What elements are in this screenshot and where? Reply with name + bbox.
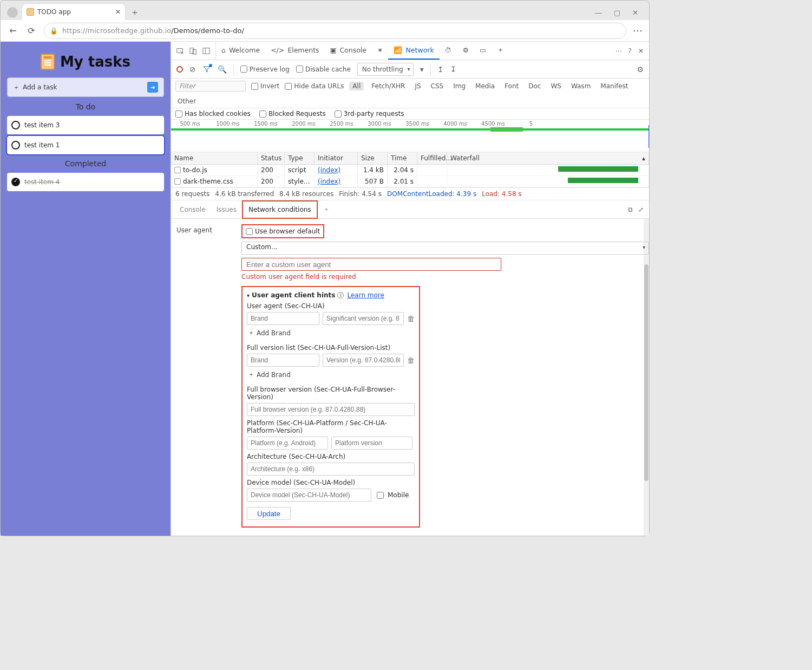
dock-icon[interactable]: ⧉ (628, 206, 633, 213)
tab-debug[interactable]: ✴ (372, 42, 388, 60)
full-browser-input[interactable] (247, 403, 415, 416)
sort-icon[interactable]: ▴ (642, 154, 645, 162)
task-text: test item 4 (24, 178, 60, 186)
back-icon[interactable]: ← (7, 25, 19, 36)
add-brand-button[interactable]: ＋Add Brand (248, 328, 291, 337)
new-tab-button[interactable]: ＋ (127, 5, 142, 20)
use-browser-default-checkbox[interactable]: Use browser default (246, 227, 320, 235)
filter-type[interactable]: JS (412, 82, 423, 90)
filter-type[interactable]: Wasm (569, 82, 593, 90)
add-task-label: Add a task (23, 83, 57, 91)
expand-icon[interactable]: ▾ (247, 292, 250, 298)
tab-performance[interactable]: ⏱ (440, 42, 457, 60)
filter-type[interactable]: CSS (429, 82, 446, 90)
device-toggle-icon[interactable] (189, 47, 197, 55)
invert-checkbox[interactable]: Invert (251, 82, 279, 90)
add-task-button[interactable]: ＋ Add a task ➜ (7, 77, 164, 97)
platform-version-input[interactable] (331, 437, 412, 450)
task-item[interactable]: test item 3 (7, 116, 164, 134)
blocked-cookies-checkbox[interactable]: Has blocked cookies (175, 110, 251, 118)
filter-type[interactable]: Media (473, 82, 497, 90)
version-input[interactable] (323, 354, 404, 367)
minimize-icon[interactable]: ― (595, 9, 602, 17)
ua-select[interactable]: Custom... (241, 242, 649, 255)
filter-type[interactable]: All (349, 82, 364, 90)
delete-icon[interactable]: 🗑 (407, 314, 415, 323)
clear-icon[interactable]: ⊘ (189, 65, 196, 74)
maximize-icon[interactable]: ▢ (614, 9, 620, 17)
tab-application[interactable]: ▭ (474, 42, 492, 60)
tab-close-icon[interactable]: ✕ (115, 8, 121, 16)
sig-version-input[interactable] (323, 312, 404, 325)
info-icon[interactable]: i (337, 292, 344, 298)
upload-icon[interactable]: ↥ (437, 65, 444, 74)
tab-elements[interactable]: </>Elements (265, 42, 324, 60)
task-checkbox-icon[interactable] (11, 121, 20, 129)
tab-console[interactable]: ▣Console (325, 42, 372, 60)
disable-cache-checkbox[interactable]: Disable cache (296, 66, 351, 73)
filter-type[interactable]: WS (548, 82, 563, 90)
filter-type[interactable]: Fetch/XHR (369, 82, 407, 90)
throttling-select[interactable]: No throttling (357, 63, 414, 76)
hide-data-urls-checkbox[interactable]: Hide data URLs (285, 82, 344, 90)
browser-tab[interactable]: TODO app ✕ (22, 4, 125, 20)
filter-type[interactable]: Img (451, 82, 468, 90)
table-row[interactable]: dark-theme.css 200 styleshe... (index) 5… (171, 176, 649, 187)
close-window-icon[interactable]: ✕ (632, 9, 638, 17)
download-icon[interactable]: ↧ (450, 65, 456, 74)
model-input[interactable] (247, 489, 371, 502)
profile-avatar-icon[interactable] (7, 7, 18, 18)
more-tools-icon[interactable]: ⋯ (615, 47, 622, 55)
table-header[interactable]: Name Status Type Initiator Size Time Ful… (171, 152, 649, 165)
task-checkbox-checked-icon[interactable] (11, 178, 20, 186)
refresh-icon[interactable]: ⟳ (25, 25, 37, 36)
tab-network[interactable]: 📶Network (388, 42, 439, 60)
help-icon[interactable]: ? (628, 47, 632, 55)
tab-add[interactable]: ＋ (492, 42, 509, 60)
record-icon[interactable] (176, 66, 183, 73)
blocked-requests-checkbox[interactable]: Blocked Requests (259, 110, 326, 118)
delete-icon[interactable]: 🗑 (407, 356, 415, 365)
arch-input[interactable] (247, 463, 415, 476)
network-settings-icon[interactable]: ⚙ (637, 65, 644, 74)
preserve-log-checkbox[interactable]: Preserve log (240, 66, 290, 73)
table-row[interactable]: to-do.js 200 script (index) 1.4 kB 2.04 … (171, 165, 649, 176)
close-devtools-icon[interactable]: ✕ (638, 47, 644, 55)
task-item-done[interactable]: test item 4 (7, 173, 164, 191)
mobile-checkbox[interactable]: Mobile (375, 490, 409, 500)
brand-input-2[interactable] (247, 354, 319, 367)
filter-type[interactable]: Doc (526, 82, 543, 90)
tab-welcome[interactable]: ⌂Welcome (216, 42, 265, 60)
add-brand-button-2[interactable]: ＋Add Brand (248, 370, 291, 379)
platform-input[interactable] (247, 437, 328, 450)
ua-custom-input[interactable] (241, 258, 501, 271)
drawer-add-tab[interactable]: ＋ (318, 200, 335, 218)
browser-menu-icon[interactable]: ⋯ (633, 25, 643, 36)
submit-task-icon[interactable]: ➜ (147, 82, 158, 93)
toggle-sidebar-icon[interactable] (202, 47, 210, 55)
filter-input[interactable]: Filter (175, 81, 246, 92)
third-party-checkbox[interactable]: 3rd-party requests (335, 110, 404, 118)
initiator-link[interactable]: (index) (318, 178, 340, 185)
drawer-tab-issues[interactable]: Issues (211, 200, 242, 218)
inspect-icon[interactable] (176, 47, 184, 55)
task-checkbox-icon[interactable] (11, 141, 20, 149)
brand-input[interactable] (247, 312, 319, 325)
network-timeline[interactable]: 500 ms1000 ms1500 ms2000 ms2500 ms3000 m… (171, 120, 649, 152)
drawer-scrollbar[interactable] (644, 219, 649, 536)
search-icon[interactable]: 🔍 (218, 65, 227, 74)
expand-drawer-icon[interactable]: ⤢ (638, 206, 644, 213)
filter-type[interactable]: Manifest (598, 82, 630, 90)
update-button[interactable]: Update (247, 507, 291, 520)
address-bar[interactable]: 🔒 https://microsoftedge.github.io/Demos/… (44, 23, 626, 39)
learn-more-link[interactable]: Learn more (347, 291, 384, 299)
initiator-link[interactable]: (index) (318, 166, 340, 174)
task-item[interactable]: test item 1 (7, 136, 164, 154)
tab-settings[interactable]: ⚙ (457, 42, 474, 60)
filter-toggle-icon[interactable] (202, 65, 211, 74)
drawer-tab-network-conditions[interactable]: Network conditions (242, 200, 318, 219)
filter-type[interactable]: Other (175, 97, 198, 106)
drawer-tab-console[interactable]: Console (174, 200, 211, 218)
filter-type[interactable]: Font (502, 82, 521, 90)
throttling-presets-icon[interactable]: ▾ (420, 65, 424, 74)
